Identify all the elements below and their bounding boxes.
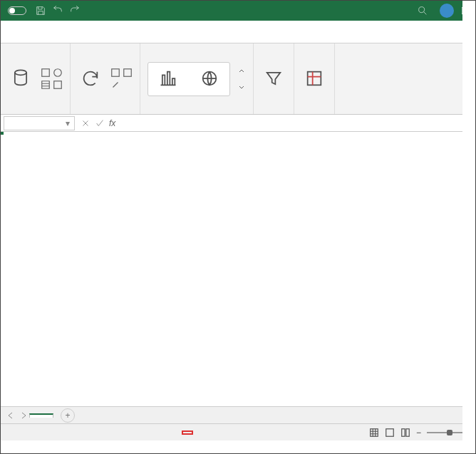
ribbon-group-sort — [254, 43, 294, 114]
fx-label[interactable]: fx — [109, 118, 115, 128]
ribbon-group-get-transform — [1, 43, 71, 114]
properties-icon — [123, 68, 133, 78]
stocks-icon — [158, 68, 178, 88]
geography-icon — [200, 68, 219, 88]
save-icon[interactable] — [35, 5, 46, 16]
normal-view-icon[interactable] — [369, 428, 379, 438]
add-sheet-button[interactable]: + — [61, 408, 75, 423]
ribbon — [1, 43, 475, 115]
sort-filter-button[interactable] — [261, 67, 286, 91]
svg-rect-5 — [54, 81, 62, 89]
svg-point-0 — [419, 7, 425, 13]
ribbon-group-forecast — [335, 43, 355, 114]
formula-input[interactable] — [120, 118, 472, 128]
status-count — [182, 430, 193, 435]
svg-point-4 — [54, 69, 62, 77]
sheet-tab-active[interactable] — [29, 413, 53, 418]
get-data-mini-buttons[interactable] — [41, 68, 63, 90]
geography-button[interactable] — [197, 67, 222, 91]
database-icon — [11, 68, 31, 88]
ribbon-group-tools — [294, 43, 335, 114]
status-bar: − — [1, 423, 475, 440]
refresh-all-button[interactable] — [78, 67, 103, 91]
confirm-icon[interactable] — [95, 118, 105, 128]
page-break-icon[interactable] — [400, 428, 410, 438]
stocks-button[interactable] — [155, 67, 181, 91]
avatar[interactable] — [440, 4, 454, 18]
sheet-tabs-bar: + — [1, 406, 475, 423]
svg-rect-13 — [406, 428, 409, 436]
zoom-out-button[interactable]: − — [416, 428, 421, 438]
ribbon-group-datatypes — [140, 43, 254, 114]
from-web-icon — [53, 68, 63, 78]
queries-mini-buttons[interactable] — [110, 68, 133, 90]
forecast-button[interactable] — [342, 78, 348, 81]
cancel-icon[interactable] — [81, 118, 90, 128]
svg-rect-3 — [42, 69, 50, 77]
redo-icon[interactable] — [69, 5, 81, 16]
ribbon-group-queries — [71, 43, 140, 114]
svg-rect-11 — [386, 428, 394, 436]
recent-icon — [53, 80, 63, 90]
autosave-toggle[interactable] — [5, 6, 29, 15]
edit-links-icon — [110, 80, 120, 90]
worksheet-grid[interactable] — [1, 132, 475, 406]
toggle-switch[interactable] — [8, 6, 26, 15]
svg-rect-12 — [402, 428, 405, 436]
svg-point-2 — [15, 70, 26, 75]
filter-icon — [264, 68, 284, 88]
get-data-button[interactable] — [8, 67, 33, 91]
tools-icon — [304, 68, 324, 88]
data-tools-button[interactable] — [301, 67, 327, 91]
svg-rect-10 — [371, 428, 378, 436]
svg-rect-9 — [308, 71, 321, 85]
page-layout-icon[interactable] — [385, 428, 395, 438]
title-bar — [1, 1, 475, 21]
svg-rect-7 — [124, 69, 132, 77]
name-box[interactable]: ▾ — [4, 116, 75, 130]
search-icon[interactable] — [417, 5, 428, 16]
torn-edge-decoration — [462, 1, 475, 453]
refresh-icon — [81, 68, 100, 88]
undo-icon[interactable] — [52, 5, 63, 16]
chevron-down-icon[interactable]: ▾ — [66, 118, 70, 128]
formula-bar: ▾ fx — [1, 115, 475, 132]
datatype-dropdown-icon[interactable] — [237, 65, 246, 93]
ribbon-tabs — [1, 21, 475, 43]
from-table-icon — [41, 80, 51, 90]
from-text-icon — [41, 68, 51, 78]
queries-icon — [110, 68, 120, 78]
svg-rect-6 — [112, 69, 120, 77]
sheet-nav-icons[interactable] — [6, 411, 28, 420]
